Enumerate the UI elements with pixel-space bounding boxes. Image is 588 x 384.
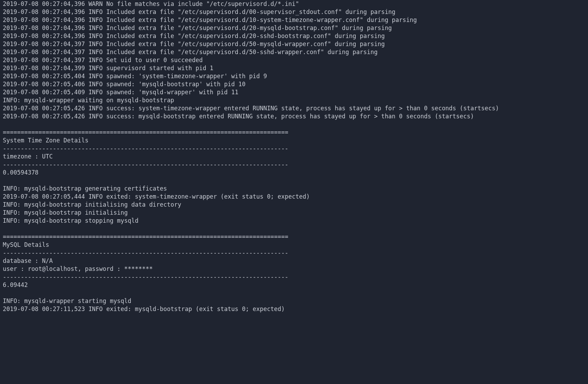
- log-line: timezone : UTC: [3, 153, 585, 161]
- log-line: ========================================…: [3, 233, 585, 241]
- log-line: [3, 289, 585, 297]
- log-line: 2019-07-08 00:27:11,523 INFO exited: mys…: [3, 305, 585, 313]
- log-line: 2019-07-08 00:27:04,396 INFO Included ex…: [3, 8, 585, 16]
- log-line: database : N/A: [3, 257, 585, 265]
- log-line: 2019-07-08 00:27:04,396 INFO Included ex…: [3, 24, 585, 32]
- log-line: 2019-07-08 00:27:05,444 INFO exited: sys…: [3, 193, 585, 201]
- log-line: System Time Zone Details: [3, 136, 585, 145]
- log-line: 2019-07-08 00:27:05,426 INFO success: my…: [3, 112, 585, 120]
- log-line: 2019-07-08 00:27:04,396 INFO Included ex…: [3, 16, 585, 24]
- log-line: INFO: mysqld-bootstrap initialising: [3, 209, 585, 217]
- log-line: 2019-07-08 00:27:04,397 INFO Included ex…: [3, 48, 585, 56]
- log-line: 0.00594378: [3, 169, 585, 177]
- log-line: user : root@localhost, password : ******…: [3, 265, 585, 273]
- log-line: ----------------------------------------…: [3, 273, 585, 281]
- log-line: INFO: mysqld-bootstrap generating certif…: [3, 185, 585, 193]
- log-line: [3, 177, 585, 185]
- log-line: INFO: mysqld-wrapper starting mysqld: [3, 297, 585, 305]
- log-line: 2019-07-08 00:27:05,409 INFO spawned: 'm…: [3, 88, 585, 96]
- log-line: 2019-07-08 00:27:04,397 INFO Included ex…: [3, 40, 585, 48]
- log-line: [3, 225, 585, 233]
- log-line: 2019-07-08 00:27:05,404 INFO spawned: 's…: [3, 72, 585, 80]
- log-line: MySQL Details: [3, 241, 585, 249]
- log-line: 2019-07-08 00:27:04,396 INFO Included ex…: [3, 32, 585, 40]
- log-line: INFO: mysqld-wrapper waiting on mysqld-b…: [3, 96, 585, 104]
- log-line: 6.09442: [3, 281, 585, 289]
- terminal-output[interactable]: 2019-07-08 00:27:04,396 WARN No file mat…: [0, 0, 588, 313]
- log-line: ----------------------------------------…: [3, 161, 585, 169]
- log-line: 2019-07-08 00:27:04,399 INFO supervisord…: [3, 64, 585, 72]
- log-line: ========================================…: [3, 128, 585, 136]
- log-line: ----------------------------------------…: [3, 145, 585, 153]
- log-line: 2019-07-08 00:27:04,396 WARN No file mat…: [3, 0, 585, 8]
- log-line: 2019-07-08 00:27:05,426 INFO success: sy…: [3, 104, 585, 112]
- log-line: INFO: mysqld-bootstrap stopping mysqld: [3, 217, 585, 225]
- log-line: 2019-07-08 00:27:04,397 INFO Set uid to …: [3, 56, 585, 64]
- log-line: 2019-07-08 00:27:05,406 INFO spawned: 'm…: [3, 80, 585, 88]
- log-line: ----------------------------------------…: [3, 249, 585, 257]
- log-line: [3, 120, 585, 128]
- log-line: INFO: mysqld-bootstrap initialising data…: [3, 201, 585, 209]
